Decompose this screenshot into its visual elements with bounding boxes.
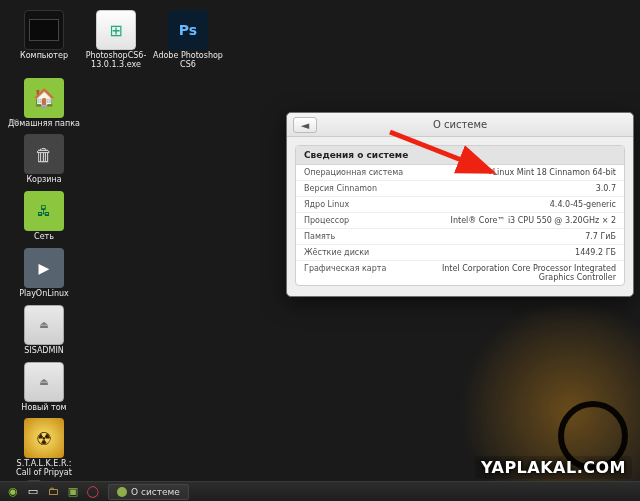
desktop-icon-new-volume[interactable]: Новый том — [8, 362, 80, 413]
desktop-icon-sisadmin[interactable]: SISADMIN — [8, 305, 80, 356]
info-value: 3.0.7 — [596, 184, 616, 193]
info-key: Жёсткие диски — [304, 248, 369, 257]
taskbar: ◉ ▭ 🗀 ▣ ◯ О системе — [0, 481, 640, 501]
desktop-icon-label: Корзина — [8, 176, 80, 185]
back-button[interactable]: ◄ — [293, 117, 317, 133]
menu-button[interactable]: ◉ — [4, 484, 22, 500]
info-row: Память 7.7 ГиБ — [296, 229, 624, 245]
desktop-icon-label: S.T.A.L.K.E.R.: Call of Pripyat — [8, 460, 80, 478]
info-value: 7.7 ГиБ — [585, 232, 616, 241]
desktop-icon-photoshop-exe[interactable]: PhotoshopCS6-13.0.1.3.exe — [80, 10, 152, 70]
terminal-icon: ▣ — [68, 485, 78, 498]
drive-icon — [24, 362, 64, 402]
desktop-icon-computer[interactable]: Компьютер — [8, 10, 80, 70]
desktop-icon-stalker[interactable]: S.T.A.L.K.E.R.: Call of Pripyat — [8, 418, 80, 478]
window-titlebar[interactable]: ◄ О системе — [287, 113, 633, 137]
desktop-icon-label: PlayOnLinux — [8, 290, 80, 299]
system-info-panel: Сведения о системе Операционная система … — [295, 145, 625, 286]
photoshop-icon: Ps — [168, 10, 208, 50]
folder-icon: 🗀 — [48, 485, 59, 498]
desktop-icon-photoshop-cs6[interactable]: Ps Adobe Photoshop CS6 — [152, 10, 224, 70]
window-title: О системе — [433, 119, 487, 130]
file-manager-button[interactable]: 🗀 — [44, 484, 62, 500]
home-folder-icon — [24, 78, 64, 118]
trash-icon — [24, 134, 64, 174]
info-value: Linux Mint 18 Cinnamon 64-bit — [493, 168, 616, 177]
drive-icon — [24, 305, 64, 345]
show-desktop-button[interactable]: ▭ — [24, 484, 42, 500]
desktop-icon-label: Adobe Photoshop CS6 — [152, 52, 224, 70]
window-body: Сведения о системе Операционная система … — [287, 137, 633, 296]
info-row: Ядро Linux 4.4.0-45-generic — [296, 197, 624, 213]
network-icon — [24, 191, 64, 231]
playonlinux-icon — [24, 248, 64, 288]
browser-button[interactable]: ◯ — [84, 484, 102, 500]
infinity-icon: ∞ — [10, 114, 20, 128]
terminal-button[interactable]: ▣ — [64, 484, 82, 500]
info-row: Процессор Intel® Core™ i3 CPU 550 @ 3.20… — [296, 213, 624, 229]
desktop-icon-label: SISADMIN — [8, 347, 80, 356]
mint-menu-icon: ◉ — [8, 485, 18, 498]
desktop-icon-label: PhotoshopCS6-13.0.1.3.exe — [80, 52, 152, 70]
desktop-icon-trash[interactable]: Корзина — [8, 134, 80, 185]
desktop-icon-network[interactable]: Сеть — [8, 191, 80, 242]
info-row: Графическая карта Intel Corporation Core… — [296, 261, 624, 285]
taskbar-task-about-system[interactable]: О системе — [108, 484, 189, 500]
computer-icon — [24, 10, 64, 50]
info-key: Операционная система — [304, 168, 403, 177]
info-row: Жёсткие диски 1449.2 ГБ — [296, 245, 624, 261]
desktop-icon-label: Сеть — [8, 233, 80, 242]
info-value: 4.4.0-45-generic — [550, 200, 616, 209]
panel-heading: Сведения о системе — [296, 146, 624, 165]
info-key: Графическая карта — [304, 264, 386, 282]
chevron-left-icon: ◄ — [301, 119, 309, 132]
desktop-icon-playonlinux[interactable]: PlayOnLinux — [8, 248, 80, 299]
about-system-window: ◄ О системе Сведения о системе Операцион… — [286, 112, 634, 297]
desktop-icon-label: Новый том — [8, 404, 80, 413]
radiation-icon — [24, 418, 64, 458]
info-key: Ядро Linux — [304, 200, 349, 209]
chrome-icon: ◯ — [87, 485, 99, 498]
exe-icon — [96, 10, 136, 50]
info-value: Intel Corporation Core Processor Integra… — [406, 264, 616, 282]
desktop-icon: ▭ — [28, 485, 38, 498]
watermark: YAPLAKAL.COM — [475, 456, 632, 479]
info-key: Процессор — [304, 216, 349, 225]
info-key: Память — [304, 232, 335, 241]
info-row: Версия Cinnamon 3.0.7 — [296, 181, 624, 197]
task-label: О системе — [131, 487, 180, 497]
info-key: Версия Cinnamon — [304, 184, 377, 193]
task-app-icon — [117, 487, 127, 497]
info-value: Intel® Core™ i3 CPU 550 @ 3.20GHz × 2 — [451, 216, 616, 225]
desktop-icon-label: Компьютер — [8, 52, 80, 61]
info-row: Операционная система Linux Mint 18 Cinna… — [296, 165, 624, 181]
desktop: Компьютер PhotoshopCS6-13.0.1.3.exe Ps A… — [8, 8, 224, 501]
info-value: 1449.2 ГБ — [575, 248, 616, 257]
